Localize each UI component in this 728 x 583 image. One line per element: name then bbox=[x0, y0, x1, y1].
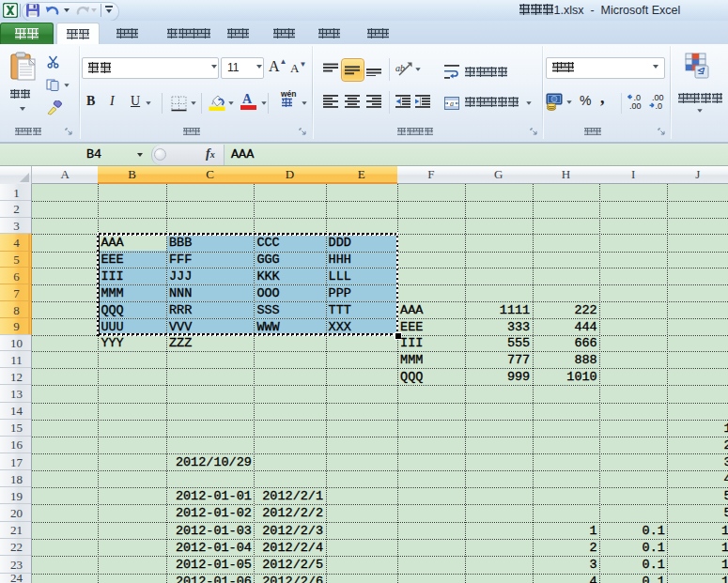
svg-text:.0: .0 bbox=[656, 101, 663, 110]
svg-text:.00: .00 bbox=[629, 101, 642, 110]
svg-text:a: a bbox=[450, 100, 454, 108]
